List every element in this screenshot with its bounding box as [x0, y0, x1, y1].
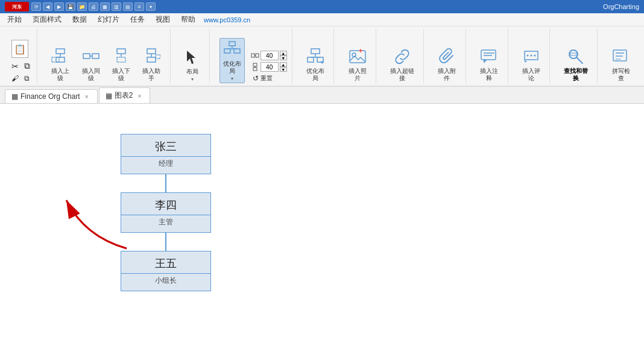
ribbon-group-photo: 插入照片	[339, 29, 376, 83]
spell-check-label: 拼写检查	[610, 68, 632, 82]
h-spacing-up[interactable]: ▲	[280, 51, 287, 55]
menu-task[interactable]: 任务	[125, 13, 150, 26]
format-copy-button[interactable]: ⧉	[22, 74, 31, 83]
reset-button[interactable]: ↺ 重置	[251, 74, 287, 83]
org-node-2[interactable]: 李四 主管	[121, 192, 211, 233]
select-label: 布局	[186, 68, 198, 75]
v-spacing-down[interactable]: ▼	[280, 67, 287, 72]
v-spacing-up[interactable]: ▲	[280, 62, 287, 67]
cut-button[interactable]: ✂	[10, 60, 21, 72]
layout-icon	[223, 40, 242, 59]
quick-access-icon-7[interactable]: ▦	[100, 2, 110, 11]
ribbon-group-clipboard: 📋 ✂ ⧉ 🖌 ⧉	[5, 29, 37, 83]
layout-button[interactable]: 优化布局 ▾	[219, 38, 245, 83]
comment-icon	[479, 47, 499, 66]
tab-finance-icon: ▦	[11, 92, 18, 101]
optimize-layout-button[interactable]: ✦ 优化布局	[302, 46, 329, 83]
select-icons: 布局 ▾	[180, 29, 204, 83]
menu-data[interactable]: 数据	[68, 13, 92, 26]
quick-access-icon-6[interactable]: 🖨	[89, 2, 98, 11]
horizontal-spacing-input[interactable]	[260, 51, 279, 60]
svg-rect-33	[350, 51, 365, 63]
insert-review-label: 插入评论	[520, 68, 543, 82]
insert-subordinate-icon	[112, 47, 131, 66]
svg-point-43	[534, 55, 535, 57]
org-chart: 张三 经理 李四 主管 王五 小组长	[121, 134, 211, 291]
svg-rect-10	[147, 49, 156, 54]
quick-access-icon-11[interactable]: ▾	[146, 2, 156, 11]
insert-peer-label: 插入同级	[80, 68, 101, 82]
insert-comment-button[interactable]: 插入注释	[476, 46, 503, 83]
org-node-1[interactable]: 张三 经理	[121, 134, 211, 174]
svg-rect-24	[253, 63, 257, 66]
tab-finance-org-chart[interactable]: ▦ Finance Org Chart ×	[5, 89, 98, 103]
menu-slideshow[interactable]: 幻灯片	[93, 13, 124, 26]
tab-chart2-close[interactable]: ×	[135, 92, 144, 100]
ribbon: 📋 ✂ ⧉ 🖌 ⧉	[0, 27, 644, 87]
insert-hyperlink-button[interactable]: 插入超链接	[386, 46, 418, 83]
svg-marker-15	[187, 51, 195, 64]
svg-rect-7	[117, 49, 125, 54]
copy-button[interactable]: ⧉	[22, 60, 32, 72]
spell-check-button[interactable]: 拼写检查	[607, 46, 634, 83]
quick-access-icon-3[interactable]: ▶	[54, 2, 64, 11]
find-replace-icons: 查找和替换	[560, 29, 592, 83]
attachment-icons: 插入附件	[434, 29, 461, 83]
app-title: OrgCharting	[603, 3, 639, 10]
paste-button[interactable]: 📋	[10, 39, 32, 58]
format-painter-button[interactable]: 🖌	[10, 74, 21, 83]
svg-rect-27	[311, 49, 320, 54]
title-bar: 河东 ⟳ ◀ ▶ 💾 📁 🖨 ▦ ▥ ▤ ≡ ▾ OrgCharting	[0, 0, 644, 13]
insert-review-button[interactable]: 插入评论	[518, 46, 545, 83]
ribbon-group-insert: 插入上级 插入同级	[42, 29, 171, 83]
quick-access-icon-1[interactable]: ⟳	[31, 2, 41, 11]
h-spacing-down[interactable]: ▼	[280, 55, 287, 60]
svg-rect-11	[147, 57, 156, 62]
tab-chart2[interactable]: ▦ 图表2 ×	[99, 87, 151, 103]
menu-help[interactable]: 帮助	[176, 13, 200, 26]
ribbon-group-layout: 优化布局 ▾ ▲ ▼	[215, 29, 292, 83]
svg-rect-3	[52, 57, 59, 62]
org-node-3[interactable]: 王五 小组长	[121, 251, 211, 291]
photo-icon	[348, 47, 367, 66]
find-replace-button[interactable]: 查找和替换	[560, 46, 592, 83]
quick-access-icon-10[interactable]: ≡	[134, 2, 144, 11]
quick-access-icon-5[interactable]: 📁	[77, 2, 87, 11]
insert-superior-button[interactable]: 插入上级	[47, 46, 74, 83]
menu-page-style[interactable]: 页面样式	[28, 13, 66, 26]
ribbon-group-find-replace: 查找和替换	[555, 29, 598, 83]
tab-finance-label: Finance Org Chart	[21, 92, 80, 101]
select-button[interactable]: 布局 ▾	[180, 46, 204, 83]
quick-access-icon-8[interactable]: ▥	[112, 2, 121, 11]
ribbon-group-select: 布局 ▾	[175, 29, 210, 83]
tab-chart2-label: 图表2	[115, 90, 133, 101]
ribbon-group-hyperlink: 插入超链接	[381, 29, 424, 83]
reset-label: 重置	[260, 74, 273, 83]
insert-attachment-button[interactable]: 插入附件	[434, 46, 461, 83]
connector-1-2	[165, 174, 166, 192]
insert-superior-label: 插入上级	[49, 68, 71, 82]
svg-rect-28	[308, 57, 314, 62]
menu-view[interactable]: 视图	[151, 13, 175, 26]
insert-assistant-button[interactable]: 插入助手	[138, 46, 165, 83]
svg-rect-25	[253, 68, 257, 71]
svg-text:✦: ✦	[320, 59, 324, 66]
layout-label: 优化布局	[223, 60, 242, 75]
select-icon	[183, 48, 202, 67]
ribbon-group-comment: 插入注释	[471, 29, 508, 83]
insert-subordinate-button[interactable]: 插入下级	[108, 46, 134, 83]
tab-finance-close[interactable]: ×	[83, 92, 91, 101]
comment-icons: 插入注释	[476, 29, 503, 83]
svg-line-45	[576, 57, 582, 63]
svg-rect-46	[570, 53, 576, 55]
find-replace-label: 查找和替换	[562, 68, 590, 82]
insert-peer-button[interactable]: 插入同级	[77, 46, 104, 83]
quick-access-icon-4[interactable]: 💾	[66, 2, 75, 11]
menu-bar: 开始 页面样式 数据 幻灯片 任务 视图 帮助 www.pc0359.cn	[0, 13, 644, 27]
quick-access-icon-9[interactable]: ▤	[123, 2, 133, 11]
menu-start[interactable]: 开始	[2, 13, 27, 26]
vertical-spacing-input[interactable]	[260, 62, 279, 72]
quick-access-icon-2[interactable]: ◀	[43, 2, 52, 11]
title-bar-left: 河东 ⟳ ◀ ▶ 💾 📁 🖨 ▦ ▥ ▤ ≡ ▾	[5, 2, 156, 11]
insert-photo-button[interactable]: 插入照片	[344, 46, 371, 83]
